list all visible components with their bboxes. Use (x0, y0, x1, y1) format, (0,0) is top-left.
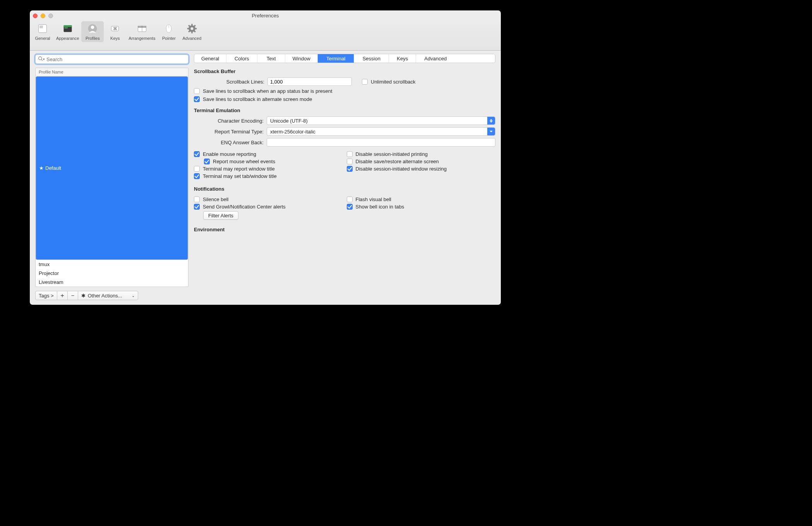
flash-bell-checkbox[interactable] (347, 196, 353, 202)
filter-alerts-button[interactable]: Filter Alerts (203, 211, 238, 220)
section-notifications: Notifications Silence bell Send Growl/No… (194, 186, 495, 221)
toolbar: General Appearance Profiles ⌘ Keys Arran… (30, 19, 501, 51)
disable-altscreen-checkbox[interactable] (347, 159, 353, 164)
tab-label: Advanced (182, 36, 201, 41)
enq-input[interactable] (267, 138, 495, 147)
svg-rect-4 (64, 27, 68, 28)
section-title: Notifications (194, 186, 495, 192)
section-environment: Environment (194, 227, 495, 232)
enq-label: ENQ Answer Back: (194, 140, 264, 145)
profile-name: Default (45, 165, 61, 171)
report-title-label: Terminal may report window title (203, 166, 275, 172)
select-arrow-icon (487, 117, 495, 125)
tab-pointer[interactable]: Pointer (158, 21, 180, 42)
svg-text:⌘: ⌘ (113, 26, 117, 31)
subtab-advanced[interactable]: Advanced (416, 54, 455, 63)
encoding-value: Unicode (UTF-8) (270, 118, 308, 124)
encoding-select[interactable]: Unicode (UTF-8) (267, 116, 495, 125)
growl-checkbox[interactable] (194, 204, 200, 210)
subtab-terminal[interactable]: Terminal (318, 54, 354, 63)
section-scrollback: Scrollback Buffer Scrollback Lines: Unli… (194, 68, 495, 102)
subtab-window[interactable]: Window (285, 54, 318, 63)
profile-subtabs: General Colors Text Window Terminal Sess… (194, 54, 495, 63)
term-type-select[interactable]: xterm-256color-italic (267, 127, 495, 136)
subtab-text[interactable]: Text (257, 54, 285, 63)
tags-button[interactable]: Tags > (35, 291, 57, 300)
remove-profile-button[interactable]: － (67, 291, 78, 300)
tab-label: Pointer (162, 36, 176, 41)
tab-arrangements[interactable]: Arrangements (126, 21, 158, 42)
tab-label: Appearance (56, 36, 79, 41)
mouse-reporting-checkbox[interactable] (194, 151, 200, 157)
add-profile-button[interactable]: ＋ (57, 291, 68, 300)
search-input[interactable]: ▾ (35, 55, 188, 64)
subtab-keys[interactable]: Keys (389, 54, 416, 63)
profile-name: Projector (39, 270, 59, 276)
disable-altscreen-label: Disable save/restore alternate screen (356, 159, 439, 164)
unlimited-scrollback-checkbox[interactable] (362, 79, 368, 85)
subtab-session[interactable]: Session (354, 54, 389, 63)
profile-row[interactable]: Projector (36, 269, 188, 278)
save-statusbar-label: Save lines to scrollback when an app sta… (203, 88, 332, 94)
svg-line-22 (194, 25, 195, 27)
profile-actions: Tags > ＋ － ✱ Other Actions... ⌄ (35, 291, 188, 300)
flash-bell-label: Flash visual bell (356, 196, 392, 202)
tab-general[interactable]: General (31, 21, 54, 42)
search-field[interactable] (46, 56, 186, 62)
tab-label: Profiles (86, 36, 100, 41)
appearance-icon (61, 22, 74, 35)
profiles-icon (86, 22, 99, 35)
tab-label: Arrangements (128, 36, 155, 41)
scrollback-lines-label: Scrollback Lines: (198, 79, 264, 85)
tab-keys[interactable]: ⌘ Keys (104, 21, 126, 42)
set-title-label: Terminal may set tab/window title (203, 173, 277, 179)
tab-profiles[interactable]: Profiles (81, 21, 104, 42)
profile-row[interactable]: Livestream (36, 278, 188, 287)
profile-row-default[interactable]: ★ Default (36, 76, 188, 260)
save-altscreen-label: Save lines to scrollback in alternate sc… (203, 96, 312, 102)
subtab-general[interactable]: General (194, 54, 226, 63)
section-title: Environment (194, 227, 495, 232)
term-type-value: xterm-256color-italic (270, 129, 315, 135)
profile-name: tmux (39, 261, 50, 267)
preferences-window: Preferences General Appearance Profiles … (30, 10, 501, 305)
general-icon (36, 22, 49, 35)
other-actions-button[interactable]: ✱ Other Actions... ⌄ (78, 291, 138, 300)
tab-label: Keys (110, 36, 120, 41)
bell-icon-label: Show bell icon in tabs (356, 204, 404, 210)
tab-advanced[interactable]: Advanced (180, 21, 204, 42)
save-altscreen-checkbox[interactable] (194, 96, 200, 102)
disable-resizing-checkbox[interactable] (347, 166, 353, 172)
titlebar: Preferences (30, 10, 501, 19)
save-statusbar-checkbox[interactable] (194, 88, 200, 94)
report-title-checkbox[interactable] (194, 166, 200, 172)
chevron-down-icon[interactable]: ▾ (43, 57, 45, 61)
chevron-down-icon: ⌄ (132, 294, 135, 298)
svg-rect-3 (63, 25, 72, 27)
section-title: Scrollback Buffer (194, 68, 495, 74)
section-title: Terminal Emulation (194, 108, 495, 113)
gear-icon: ✱ (81, 293, 86, 299)
tab-appearance[interactable]: Appearance (54, 21, 81, 42)
select-arrow-icon (487, 128, 495, 135)
bell-icon-checkbox[interactable] (347, 204, 353, 210)
disable-printing-checkbox[interactable] (347, 151, 353, 157)
profile-list: Profile Name ★ Default tmux Projector Li… (35, 68, 188, 287)
minus-icon: － (70, 292, 76, 300)
svg-point-15 (190, 27, 193, 30)
scrollback-lines-input[interactable] (267, 77, 352, 86)
svg-line-20 (188, 25, 190, 27)
subtab-colors[interactable]: Colors (226, 54, 257, 63)
silence-bell-checkbox[interactable] (194, 196, 200, 202)
silence-bell-label: Silence bell (203, 196, 229, 202)
disable-printing-label: Disable session-initiated printing (356, 151, 428, 157)
svg-line-23 (188, 31, 190, 32)
profile-row[interactable]: tmux (36, 260, 188, 269)
svg-rect-1 (39, 26, 43, 28)
window-title: Preferences (30, 13, 501, 19)
profile-list-header: Profile Name (36, 68, 188, 76)
star-icon: ★ (39, 165, 44, 171)
set-title-checkbox[interactable] (194, 173, 200, 179)
mouse-wheel-checkbox[interactable] (204, 159, 210, 164)
svg-point-24 (39, 57, 42, 60)
